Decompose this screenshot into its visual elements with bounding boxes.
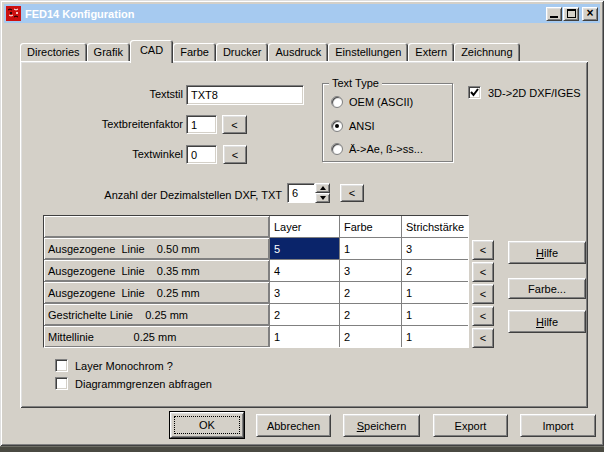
speichern-button[interactable]: Speichern	[343, 414, 420, 437]
decimals-spinner[interactable]: 6	[287, 183, 330, 203]
table-cell-strich[interactable]: 1	[402, 304, 468, 325]
row-picker-button-4[interactable]: <	[472, 306, 494, 326]
table-cell-strich[interactable]: 1	[402, 326, 468, 347]
textwinkel-input[interactable]: 0	[186, 145, 217, 164]
textbreitenfaktor-label: Textbreitenfaktor	[20, 118, 183, 130]
minimize-button[interactable]	[546, 7, 562, 21]
radio-icon	[331, 96, 343, 108]
arrow-up-icon	[320, 186, 326, 190]
radio-icon	[331, 120, 343, 132]
tab-einstellungen[interactable]: Einstellungen	[328, 43, 408, 61]
screen: FED14 Konfiguration × Directories Grafik…	[0, 0, 604, 452]
spin-arrows	[315, 183, 330, 203]
checkbox-icon	[468, 86, 481, 99]
spin-up-button[interactable]	[315, 183, 330, 193]
tab-zeichnung[interactable]: Zeichnung	[454, 43, 519, 61]
row-header: Gestrichelte Linie 0.25 mm	[44, 304, 269, 325]
decimals-value[interactable]: 6	[287, 183, 315, 203]
table-cell-strich[interactable]: 3	[402, 238, 468, 259]
checkbox-diagrammgrenzen[interactable]: Diagrammgrenzen abfragen	[55, 377, 212, 390]
column-header-layer: Layer	[270, 216, 339, 237]
table-cell-farbe[interactable]: 2	[340, 304, 401, 325]
radio-oem-ascii[interactable]: OEM (ASCII)	[331, 96, 413, 108]
table-cell-layer[interactable]: 1	[270, 326, 339, 347]
table-cell-farbe[interactable]: 2	[340, 326, 401, 347]
checkbox-icon	[55, 377, 68, 390]
maximize-icon	[567, 9, 576, 18]
tab-ausdruck[interactable]: Ausdruck	[268, 43, 328, 61]
textbreitenfaktor-input[interactable]: 1	[186, 115, 217, 134]
row-header: Mittellinie 0.25 mm	[44, 326, 269, 347]
arrow-down-icon	[320, 196, 326, 200]
textwinkel-label: Textwinkel	[20, 148, 183, 160]
textstil-label: Textstil	[20, 88, 183, 100]
radio-ansi[interactable]: ANSI	[331, 120, 375, 132]
spin-down-button[interactable]	[315, 193, 330, 203]
row-picker-button-5[interactable]: <	[472, 328, 494, 348]
checkbox-layer-monochrom[interactable]: Layer Monochrom ?	[55, 359, 173, 372]
tab-grafik[interactable]: Grafik	[87, 43, 130, 61]
tab-drucker[interactable]: Drucker	[216, 43, 269, 61]
dialog-window: FED14 Konfiguration × Directories Grafik…	[0, 0, 604, 446]
radio-umlaut-conversion[interactable]: Ä->Ae, ß->ss...	[331, 143, 423, 155]
export-button[interactable]: Export	[433, 414, 508, 437]
column-header-strichstaerke: Strichstärke	[402, 216, 468, 237]
hilfe-button-bottom[interactable]: Hilfe	[508, 310, 586, 333]
row-header: Ausgezogene Linie 0.25 mm	[44, 282, 269, 303]
tab-cad[interactable]: CAD	[130, 40, 173, 63]
tab-extern[interactable]: Extern	[408, 43, 454, 61]
abbrechen-button[interactable]: Abbrechen	[256, 414, 331, 437]
row-picker-button-3[interactable]: <	[472, 284, 494, 304]
desktop-background	[0, 446, 604, 452]
row-picker-button-1[interactable]: <	[472, 240, 494, 260]
decimals-picker-button[interactable]: <	[340, 184, 364, 202]
cad-tab-page: Textstil TXT8 Textbreitenfaktor 1 < Text…	[20, 61, 588, 408]
close-button[interactable]: ×	[582, 7, 598, 21]
row-header: Ausgezogene Linie 0.35 mm	[44, 260, 269, 281]
radio-icon	[331, 143, 343, 155]
tab-farbe[interactable]: Farbe	[173, 43, 216, 61]
tab-directories[interactable]: Directories	[20, 43, 87, 61]
close-icon: ×	[586, 8, 593, 18]
textstil-input[interactable]: TXT8	[186, 85, 304, 105]
table-cell-farbe[interactable]: 3	[340, 260, 401, 281]
import-button[interactable]: Import	[520, 414, 596, 437]
table-cell-strich[interactable]: 2	[402, 260, 468, 281]
textwinkel-picker-button[interactable]: <	[223, 145, 247, 164]
column-header-farbe: Farbe	[340, 216, 401, 237]
window-title: FED14 Konfiguration	[25, 8, 545, 20]
minimize-icon	[550, 16, 558, 18]
decimals-label: Anzahl der Dezimalstellen DXF, TXT	[20, 189, 282, 201]
line-settings-table: Layer Farbe Strichstärke Ausgezogene Lin…	[43, 215, 469, 348]
table-cell-layer[interactable]: 2	[270, 304, 339, 325]
tab-strip: Directories Grafik CAD Farbe Drucker Aus…	[20, 40, 520, 61]
text-type-group: Text Type OEM (ASCII) ANSI Ä->Ae, ß->ss.…	[322, 83, 453, 162]
table-cell-strich[interactable]: 1	[402, 282, 468, 303]
checkbox-icon	[55, 359, 68, 372]
text-type-group-title: Text Type	[329, 77, 382, 89]
app-icon	[6, 6, 21, 21]
table-cell-layer[interactable]: 4	[270, 260, 339, 281]
textbreitenfaktor-picker-button[interactable]: <	[222, 115, 247, 134]
table-cell-farbe[interactable]: 2	[340, 282, 401, 303]
checkbox-3d-2d-dxf-iges[interactable]: 3D->2D DXF/IGES	[468, 86, 581, 99]
title-bar[interactable]: FED14 Konfiguration ×	[4, 4, 600, 23]
table-cell-farbe[interactable]: 1	[340, 238, 401, 259]
row-header: Ausgezogene Linie 0.50 mm	[44, 238, 269, 259]
table-cell-layer[interactable]: 3	[270, 282, 339, 303]
farbe-button[interactable]: Farbe...	[508, 278, 586, 299]
ok-button[interactable]: OK	[169, 411, 245, 439]
maximize-button[interactable]	[563, 7, 579, 21]
row-picker-button-2[interactable]: <	[472, 262, 494, 282]
table-cell-layer[interactable]: 5	[270, 238, 339, 259]
table-corner-cell	[44, 216, 269, 237]
hilfe-button-top[interactable]: Hilfe	[508, 241, 586, 264]
